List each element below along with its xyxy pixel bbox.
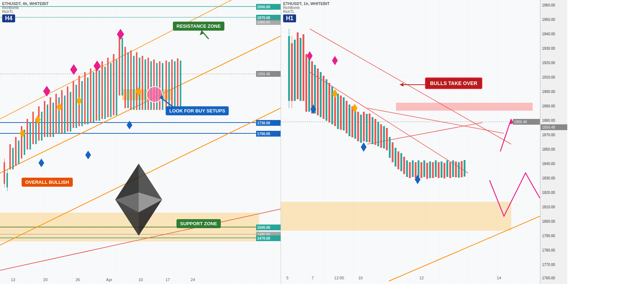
svg-rect-178 bbox=[395, 148, 397, 167]
svg-rect-192 bbox=[435, 160, 437, 177]
bulls-take-over-label: BULLS TAKE OVER bbox=[425, 77, 482, 89]
svg-rect-63 bbox=[133, 56, 135, 110]
svg-rect-200 bbox=[458, 162, 460, 178]
svg-rect-194 bbox=[440, 161, 442, 178]
right-price-scale-svg: 1960.00 1950.00 1940.00 1930.00 1920.00 … bbox=[541, 0, 567, 284]
svg-rect-158 bbox=[337, 94, 339, 129]
svg-rect-34 bbox=[50, 97, 51, 137]
svg-rect-57 bbox=[116, 59, 117, 115]
svg-rect-198 bbox=[452, 160, 454, 177]
svg-rect-180 bbox=[401, 153, 402, 171]
svg-rect-52 bbox=[102, 61, 103, 119]
svg-rect-202 bbox=[464, 160, 465, 177]
svg-rect-152 bbox=[320, 72, 322, 117]
svg-rect-195 bbox=[443, 163, 445, 178]
svg-text:1870.00: 1870.00 bbox=[542, 133, 555, 137]
svg-rect-155 bbox=[328, 83, 330, 123]
svg-rect-176 bbox=[389, 137, 391, 158]
svg-rect-73 bbox=[162, 63, 163, 110]
svg-rect-179 bbox=[398, 151, 399, 169]
svg-rect-33 bbox=[47, 105, 48, 137]
svg-rect-53 bbox=[104, 67, 106, 119]
support-zone-label: SUPPORT ZONE bbox=[176, 219, 221, 228]
svg-text:5: 5 bbox=[286, 276, 289, 280]
left-chart-svg: 13 20 26 Apr 10 17 24 2000.00 1970.00 19… bbox=[0, 0, 281, 284]
svg-text:1856.48: 1856.48 bbox=[542, 125, 555, 129]
svg-rect-18 bbox=[6, 173, 8, 187]
svg-text:12: 12 bbox=[419, 276, 424, 280]
left-indicator-1: RichBomb bbox=[2, 6, 49, 10]
svg-text:1920.00: 1920.00 bbox=[542, 61, 555, 65]
svg-text:1700.00: 1700.00 bbox=[257, 132, 270, 136]
svg-rect-38 bbox=[61, 90, 63, 133]
svg-text:1730.00: 1730.00 bbox=[257, 121, 270, 125]
right-indicator-1: RichBomb bbox=[283, 6, 330, 10]
svg-rect-28 bbox=[32, 112, 34, 144]
svg-rect-41 bbox=[70, 92, 71, 132]
right-price-scale: 1960.00 1950.00 1940.00 1930.00 1920.00 … bbox=[540, 0, 567, 284]
svg-rect-46 bbox=[84, 72, 86, 124]
svg-rect-26 bbox=[27, 119, 28, 150]
svg-rect-37 bbox=[58, 97, 60, 133]
svg-text:1790.00: 1790.00 bbox=[542, 234, 555, 238]
svg-rect-184 bbox=[412, 160, 413, 177]
svg-point-80 bbox=[147, 86, 162, 102]
svg-text:1780.00: 1780.00 bbox=[542, 248, 555, 252]
svg-rect-164 bbox=[354, 108, 356, 139]
svg-text:17: 17 bbox=[165, 278, 170, 282]
svg-rect-186 bbox=[417, 160, 419, 177]
svg-rect-23 bbox=[18, 141, 19, 164]
svg-rect-56 bbox=[113, 54, 115, 115]
svg-rect-76 bbox=[171, 59, 173, 108]
svg-rect-167 bbox=[363, 112, 365, 141]
svg-text:1960.00: 1960.00 bbox=[257, 20, 270, 24]
svg-rect-19 bbox=[7, 169, 8, 191]
overall-bullish-label: OVERALL BULLISH bbox=[22, 178, 73, 187]
svg-text:10: 10 bbox=[139, 278, 143, 282]
svg-rect-49 bbox=[93, 72, 94, 123]
svg-rect-187 bbox=[420, 162, 422, 178]
svg-text:1960.00: 1960.00 bbox=[542, 3, 555, 7]
svg-rect-79 bbox=[180, 61, 181, 108]
svg-text:1810.00: 1810.00 bbox=[542, 205, 555, 209]
svg-rect-168 bbox=[366, 114, 368, 142]
svg-rect-172 bbox=[377, 122, 379, 146]
svg-rect-181 bbox=[403, 157, 405, 174]
svg-rect-55 bbox=[110, 63, 112, 117]
svg-rect-185 bbox=[415, 162, 416, 178]
svg-rect-45 bbox=[81, 81, 83, 126]
svg-rect-27 bbox=[30, 123, 31, 150]
svg-text:12:00: 12:00 bbox=[334, 276, 344, 280]
svg-rect-140 bbox=[289, 29, 289, 108]
svg-text:1940.00: 1940.00 bbox=[542, 32, 555, 36]
svg-rect-40 bbox=[67, 86, 68, 132]
svg-text:1770.00: 1770.00 bbox=[542, 263, 555, 267]
svg-text:1760.00: 1760.00 bbox=[542, 276, 555, 280]
svg-rect-32 bbox=[44, 101, 45, 137]
svg-rect-39 bbox=[64, 96, 66, 133]
svg-text:1930.00: 1930.00 bbox=[542, 46, 555, 50]
left-chart-title: ETHUSDT, 4h, WHITEBIT bbox=[2, 1, 49, 6]
svg-rect-29 bbox=[35, 119, 37, 144]
svg-rect-47 bbox=[87, 77, 89, 124]
svg-rect-31 bbox=[41, 112, 43, 141]
svg-text:Apr: Apr bbox=[106, 278, 112, 282]
svg-rect-165 bbox=[357, 112, 359, 141]
left-timeframe-badge: H4 bbox=[2, 14, 15, 22]
svg-rect-67 bbox=[144, 59, 146, 110]
svg-rect-171 bbox=[375, 119, 376, 145]
svg-text:2000.00: 2000.00 bbox=[257, 5, 270, 9]
svg-rect-59 bbox=[122, 38, 123, 96]
svg-text:1830.00: 1830.00 bbox=[542, 176, 555, 180]
right-chart-header: ETHUSDT, 1h, WHITEBIT RichBomb RichTL H1 bbox=[283, 1, 330, 22]
svg-rect-173 bbox=[380, 124, 382, 148]
svg-text:1900.00: 1900.00 bbox=[542, 90, 555, 94]
svg-text:1910.00: 1910.00 bbox=[542, 75, 555, 79]
svg-rect-48 bbox=[90, 68, 91, 123]
svg-rect-60 bbox=[125, 47, 126, 108]
ethereum-logo bbox=[115, 164, 162, 237]
svg-text:20: 20 bbox=[43, 278, 48, 282]
svg-rect-154 bbox=[326, 79, 327, 121]
svg-text:1820.00: 1820.00 bbox=[542, 191, 555, 195]
svg-rect-43 bbox=[76, 85, 77, 128]
